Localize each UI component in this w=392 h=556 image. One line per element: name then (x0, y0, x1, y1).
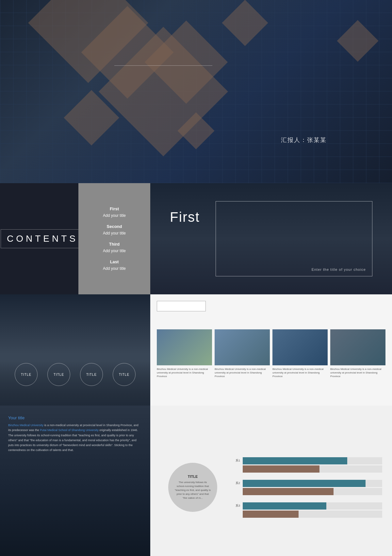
bar-track-3b (243, 511, 382, 518)
photo-grid: Binzhou Medical University is a non-medi… (157, 329, 385, 378)
slide1-hero: 汇报人：张某某 (0, 0, 392, 183)
text-block-panel: Your title Binzhou Medical University is… (0, 406, 150, 556)
bar-track-2a (243, 480, 382, 487)
menu-item-second-subtitle: Add your title (85, 230, 144, 236)
bar-fill-1b (243, 465, 319, 473)
bar-row-1a: 系1 (232, 457, 382, 464)
bar-row-3b (232, 511, 382, 518)
photo-caption-2: Binzhou Medical University is a non-medi… (215, 367, 270, 378)
circle-title-4: TITLE (113, 363, 136, 386)
bar-row-2b (232, 488, 382, 495)
menu-item-first-subtitle: Add your title (85, 213, 144, 219)
bar-fill-2b (243, 488, 334, 495)
bar-group-1: 系1 (232, 457, 382, 473)
menu-item-first: First Add your title (85, 204, 144, 220)
bar-chart: 系1 系2 (232, 457, 382, 518)
first-slide-box (216, 201, 372, 276)
year-title: Your title (8, 415, 142, 420)
first-slide-label: First (170, 209, 200, 225)
menu-item-third: Third Add your title (85, 240, 144, 255)
contents-title-area: CONTENTS (0, 183, 78, 294)
photo-thumb-2 (215, 329, 270, 365)
contents-panel: CONTENTS First Add your title Second Add… (0, 183, 150, 294)
slide2-row: CONTENTS First Add your title Second Add… (0, 183, 392, 294)
title-input[interactable] (157, 301, 206, 311)
bar-track-2b (243, 488, 382, 495)
bar-group-2: 系2 (232, 480, 382, 495)
bar-group-3: 系3 (232, 502, 382, 518)
slide3-row: TITLE TITLE TITLE TITLE Binzhou Medical … (0, 294, 392, 406)
photo-thumb-4 (330, 329, 385, 365)
bar-row-3a: 系3 (232, 502, 382, 510)
city-circles-panel: TITLE TITLE TITLE TITLE (0, 294, 150, 406)
photo-thumb-1 (157, 329, 212, 365)
photo-item-2: Binzhou Medical University is a non-medi… (215, 329, 270, 378)
photo-grid-panel: Binzhou Medical University is a non-medi… (150, 294, 392, 406)
photo-item-3: Binzhou Medical University is a non-medi… (272, 329, 328, 378)
menu-item-last: Last Add your title (85, 257, 144, 273)
enter-title-text: Enter the title of your choice (312, 268, 366, 271)
input-box-container (157, 301, 385, 311)
bar-track-1a (243, 457, 382, 464)
photo-caption-4: Binzhou Medical University is a non-medi… (330, 367, 385, 378)
bar-fill-2a (243, 480, 366, 487)
bar-fill-3a (243, 502, 326, 510)
circle-chart-text: The university follows its school-runnin… (175, 480, 211, 500)
chart-panel: TITLE The university follows its school-… (150, 406, 392, 556)
big-circle: TITLE The university follows its school-… (168, 463, 217, 512)
menu-item-second: Second Add your title (85, 222, 144, 238)
contents-heading: CONTENTS (7, 234, 78, 244)
bar-fill-1a (243, 457, 347, 464)
reporter-label: 汇报人：张某某 (281, 136, 327, 144)
bar-label-2: 系2 (232, 481, 240, 485)
contents-menu: First Add your title Second Add your tit… (78, 183, 150, 294)
menu-item-second-title: Second (85, 223, 144, 230)
photo-caption-1: Binzhou Medical University is a non-medi… (157, 367, 212, 378)
body-text: Binzhou Medical University is a non-medi… (8, 423, 142, 453)
menu-item-third-title: Third (85, 241, 144, 248)
bar-fill-3b (243, 511, 299, 518)
circle-chart-title: TITLE (188, 475, 198, 478)
first-slide-panel: First Enter the title of your choice (150, 183, 392, 294)
bar-label-3: 系3 (232, 504, 240, 508)
menu-item-third-subtitle: Add your title (85, 248, 144, 254)
photo-item-1: Binzhou Medical University is a non-medi… (157, 329, 212, 378)
bar-track-3a (243, 502, 382, 510)
highlight-text: Binzhou Medical University (8, 424, 43, 427)
bar-label-1: 系1 (232, 459, 240, 463)
chart-circle-area: TITLE The university follows its school-… (160, 432, 225, 543)
circle-title-3: TITLE (80, 363, 103, 386)
slide4-row: Your title Binzhou Medical University is… (0, 406, 392, 556)
photo-caption-3: Binzhou Medical University is a non-medi… (272, 367, 328, 378)
contents-box: CONTENTS (1, 229, 84, 248)
bar-track-1b (243, 465, 382, 473)
circle-title-1: TITLE (15, 363, 38, 386)
menu-item-last-title: Last (85, 259, 144, 266)
putai-highlight: Putai Medical School of Shandong Univers… (40, 428, 99, 432)
photo-thumb-3 (272, 329, 328, 365)
photo-item-4: Binzhou Medical University is a non-medi… (330, 329, 385, 378)
bar-row-1b (232, 465, 382, 473)
body-text-2: originally established in 1946. The univ… (8, 428, 138, 452)
bar-row-2a: 系2 (232, 480, 382, 487)
horizontal-line (114, 65, 212, 66)
circle-title-2: TITLE (47, 363, 70, 386)
menu-item-first-title: First (85, 206, 144, 213)
menu-item-last-subtitle: Add your title (85, 266, 144, 272)
